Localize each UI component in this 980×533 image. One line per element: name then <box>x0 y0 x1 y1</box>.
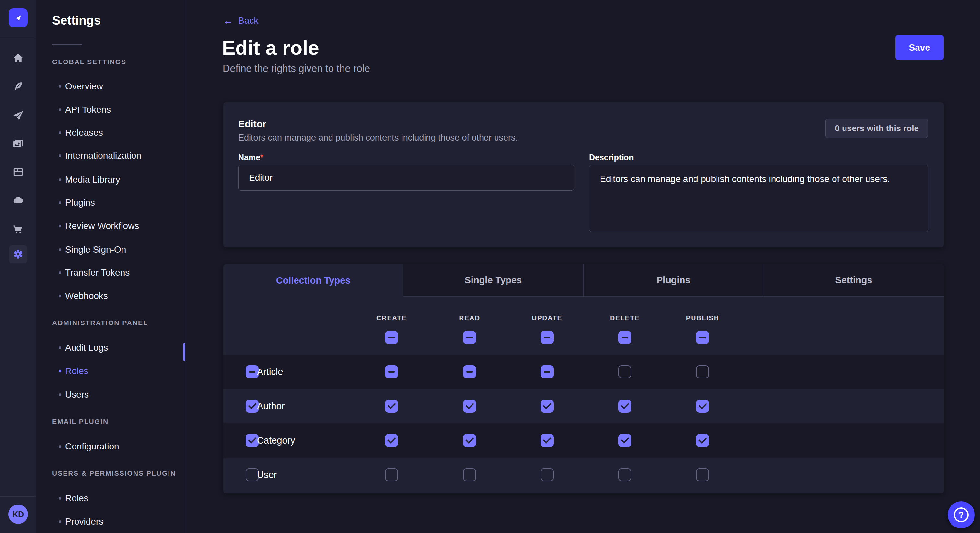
description-field-label: Description <box>589 153 634 162</box>
subnav-scrollbar-thumb[interactable] <box>183 343 185 361</box>
bullet-icon <box>59 154 61 157</box>
user-avatar[interactable]: KD <box>8 504 28 524</box>
subnav-item-plugins[interactable]: Plugins <box>37 197 186 209</box>
user-read-checkbox[interactable] <box>463 468 476 481</box>
save-button[interactable]: Save <box>896 35 944 60</box>
select-all-read-checkbox[interactable] <box>463 331 476 344</box>
paper-plane-icon[interactable] <box>9 106 27 125</box>
subnav-item-webhooks[interactable]: Webhooks <box>37 290 186 302</box>
subnav-title-rule <box>52 44 82 45</box>
bullet-icon <box>59 295 61 297</box>
table-row-user: User <box>223 458 944 492</box>
table-row-author: Author <box>223 389 944 423</box>
name-input[interactable] <box>238 165 574 191</box>
column-update: UPDATE <box>515 297 579 355</box>
article-read-checkbox[interactable] <box>463 365 476 378</box>
author-read-checkbox[interactable] <box>463 400 476 412</box>
feather-icon[interactable] <box>9 78 27 95</box>
main-content: ← Back Edit a role Define the rights giv… <box>187 0 980 533</box>
row-label: User <box>257 470 277 480</box>
category-read-checkbox[interactable] <box>463 434 476 447</box>
section-global-settings: GLOBAL SETTINGS <box>52 58 126 66</box>
subnav-item-transfer-tokens[interactable]: Transfer Tokens <box>37 267 186 279</box>
strapi-logo[interactable] <box>9 8 27 27</box>
subnav-item-providers[interactable]: Providers <box>37 516 186 528</box>
subnav-item-audit-logs[interactable]: Audit Logs <box>37 342 186 354</box>
role-details-card: Editor Editors can manage and publish co… <box>223 102 944 247</box>
author-delete-checkbox[interactable] <box>618 400 631 412</box>
settings-gear-icon[interactable] <box>9 245 27 263</box>
section-users-permissions-plugin: USERS & PERMISSIONS PLUGIN <box>52 470 176 477</box>
bullet-icon <box>59 520 61 523</box>
permissions-header-row: CREATE READ UPDATE DELETE PUBLISH <box>223 297 944 355</box>
subnav-item-releases[interactable]: Releases <box>37 127 186 139</box>
bullet-icon <box>59 370 61 373</box>
row-checkbox[interactable] <box>246 365 259 378</box>
row-label: Article <box>257 366 283 377</box>
bullet-icon <box>59 497 61 500</box>
subnav-item-users[interactable]: Users <box>37 389 186 401</box>
bullet-icon <box>59 85 61 88</box>
strapi-admin-screen: KD Settings GLOBAL SETTINGS Overview API… <box>0 0 980 533</box>
user-publish-checkbox[interactable] <box>696 468 709 481</box>
tab-plugins[interactable]: Plugins <box>583 264 764 297</box>
bullet-icon <box>59 178 61 181</box>
article-delete-checkbox[interactable] <box>618 365 631 378</box>
row-checkbox[interactable] <box>246 400 259 412</box>
bullet-icon <box>59 108 61 111</box>
select-all-delete-checkbox[interactable] <box>618 331 631 344</box>
bullet-icon <box>59 225 61 227</box>
subnav-item-overview[interactable]: Overview <box>37 81 186 92</box>
help-button[interactable]: ? <box>948 501 975 528</box>
cart-icon[interactable] <box>9 219 27 238</box>
permissions-card: Collection Types Single Types Plugins Se… <box>223 264 944 493</box>
strapi-logo-icon <box>13 12 24 23</box>
subnav-item-review-workflows[interactable]: Review Workflows <box>37 220 186 232</box>
tab-settings[interactable]: Settings <box>764 264 944 297</box>
help-icon: ? <box>954 508 969 522</box>
subnav-item-single-sign-on[interactable]: Single Sign-On <box>37 244 186 255</box>
user-delete-checkbox[interactable] <box>618 468 631 481</box>
column-publish: PUBLISH <box>670 297 735 355</box>
select-all-create-checkbox[interactable] <box>385 331 398 344</box>
select-all-publish-checkbox[interactable] <box>696 331 709 344</box>
section-email-plugin: EMAIL PLUGIN <box>52 418 108 425</box>
author-create-checkbox[interactable] <box>385 400 398 412</box>
home-icon[interactable] <box>9 49 27 67</box>
subnav-item-configuration[interactable]: Configuration <box>37 441 186 452</box>
bullet-icon <box>59 201 61 204</box>
category-publish-checkbox[interactable] <box>696 434 709 447</box>
author-update-checkbox[interactable] <box>541 400 554 412</box>
description-textarea[interactable]: Editors can manage and publish contents … <box>589 165 929 232</box>
tab-single-types[interactable]: Single Types <box>403 264 583 297</box>
back-arrow-icon: ← <box>223 16 233 26</box>
media-library-icon[interactable] <box>9 135 27 153</box>
back-link[interactable]: ← Back <box>223 16 258 26</box>
tab-collection-types[interactable]: Collection Types <box>223 264 403 297</box>
row-checkbox[interactable] <box>246 434 259 447</box>
users-with-role-badge: 0 users with this role <box>826 119 928 138</box>
article-update-checkbox[interactable] <box>541 365 554 378</box>
role-name-heading: Editor <box>238 119 266 130</box>
sidebar-divider-bottom <box>0 497 36 497</box>
category-update-checkbox[interactable] <box>541 434 554 447</box>
select-all-update-checkbox[interactable] <box>541 331 554 344</box>
row-checkbox[interactable] <box>246 468 259 481</box>
subnav-item-roles-admin[interactable]: Roles <box>37 365 186 377</box>
user-update-checkbox[interactable] <box>541 468 554 481</box>
layout-icon[interactable] <box>9 163 27 181</box>
user-create-checkbox[interactable] <box>385 468 398 481</box>
sidebar-divider-top <box>0 37 36 37</box>
subnav-item-media-library[interactable]: Media Library <box>37 174 186 186</box>
article-create-checkbox[interactable] <box>385 365 398 378</box>
subnav-item-roles-up[interactable]: Roles <box>37 493 186 504</box>
cloud-icon[interactable] <box>9 191 27 209</box>
subnav-title: Settings <box>52 14 101 27</box>
author-publish-checkbox[interactable] <box>696 400 709 412</box>
subnav-item-internationalization[interactable]: Internationalization <box>37 150 186 162</box>
required-asterisk: * <box>260 153 264 162</box>
subnav-item-api-tokens[interactable]: API Tokens <box>37 104 186 116</box>
article-publish-checkbox[interactable] <box>696 365 709 378</box>
category-create-checkbox[interactable] <box>385 434 398 447</box>
category-delete-checkbox[interactable] <box>618 434 631 447</box>
